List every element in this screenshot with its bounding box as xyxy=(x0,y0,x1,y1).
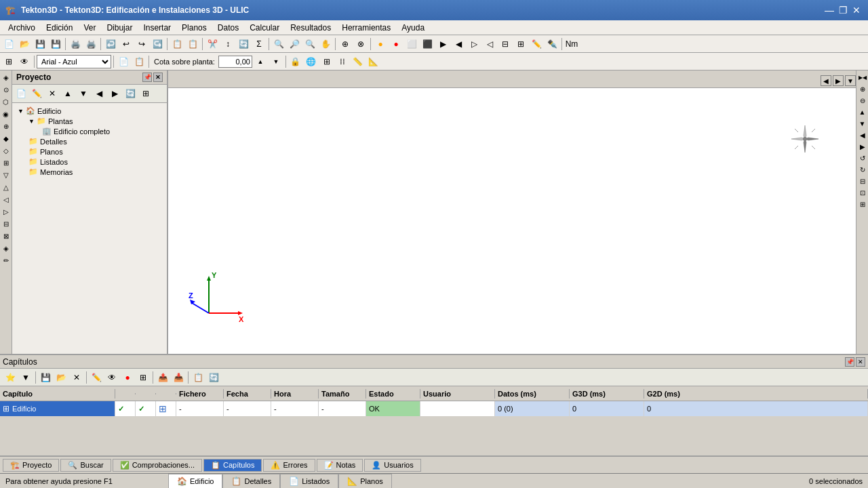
zoom-in-btn[interactable]: 🔍 xyxy=(271,37,286,52)
ch-star-btn[interactable]: ⭐ xyxy=(3,370,18,385)
menu-dibujar[interactable]: Dibujar xyxy=(101,22,138,34)
zoom-zoom-btn[interactable]: 🔎 xyxy=(287,37,302,52)
left-icon-15[interactable]: ◈ xyxy=(1,243,12,253)
left-icon-5[interactable]: ⊕ xyxy=(1,121,12,131)
left-icon-3[interactable]: ⬡ xyxy=(1,96,12,107)
t2-btn1[interactable]: 📄 xyxy=(116,54,131,69)
right-icon-7[interactable]: ▶ xyxy=(857,141,868,152)
paste-btn[interactable]: 📋 xyxy=(170,37,184,52)
cota-up[interactable]: ▲ xyxy=(253,54,268,69)
proj-refresh-btn[interactable]: 🔄 xyxy=(123,86,138,101)
left-icon-7[interactable]: ◇ xyxy=(1,145,12,156)
btm-tab-capitulos[interactable]: 📋 Capítulos xyxy=(203,459,262,472)
ch-down-btn[interactable]: ▼ xyxy=(18,370,33,385)
tree-expand-edificio[interactable]: ▼ xyxy=(18,108,24,115)
t2-btn2[interactable]: 📋 xyxy=(132,54,146,69)
redo2-btn[interactable]: ↪️ xyxy=(150,37,165,52)
left-icon-13[interactable]: ⊟ xyxy=(1,218,12,229)
dots-btn[interactable]: ⁞⁞ xyxy=(335,54,350,69)
print2-btn[interactable]: 🖨️ xyxy=(83,37,98,52)
ch-open-btn[interactable]: 📂 xyxy=(54,370,68,385)
save-btn[interactable]: 💾 xyxy=(33,37,47,52)
circle-btn[interactable]: ● xyxy=(373,37,388,52)
right-icon-3[interactable]: ⊖ xyxy=(857,95,868,106)
chapters-pin-btn[interactable]: 📌 xyxy=(845,357,854,367)
left-icon-6[interactable]: ◆ xyxy=(1,133,12,144)
shape1-btn[interactable]: ⬜ xyxy=(404,37,419,52)
circle2-btn[interactable]: ● xyxy=(389,37,403,52)
ruler1-btn[interactable]: 📏 xyxy=(351,54,366,69)
ch-grid-btn[interactable]: ⊞ xyxy=(136,370,151,385)
clipboard-btn[interactable]: 📋 xyxy=(185,37,200,52)
tree-item-edificio[interactable]: ▼ 🏠 Edificio xyxy=(15,106,164,116)
tree-item-listados[interactable]: 📁 Listados xyxy=(15,157,164,167)
viewport-canvas[interactable]: Y X Z xyxy=(168,88,856,354)
shape3-btn[interactable]: ▶ xyxy=(435,37,450,52)
shape2-btn[interactable]: ⬛ xyxy=(420,37,435,52)
font-select[interactable]: Arial - Azul xyxy=(37,55,111,68)
tree-item-detalles[interactable]: 📁 Detalles xyxy=(15,136,164,146)
cota-down[interactable]: ▼ xyxy=(269,54,283,69)
left-icon-10[interactable]: △ xyxy=(1,182,12,192)
ch-import-btn[interactable]: 📥 xyxy=(171,370,186,385)
proj-left-btn[interactable]: ◀ xyxy=(92,86,106,101)
open-btn[interactable]: 📂 xyxy=(17,37,32,52)
view-btn[interactable]: 👁 xyxy=(17,54,32,69)
grid2-btn[interactable]: ⊞ xyxy=(319,54,334,69)
menu-edicion[interactable]: Edición xyxy=(41,22,78,34)
tree-item-plantas[interactable]: ▼ 📁 Plantas xyxy=(15,116,164,126)
proj-expand-btn[interactable]: ⊞ xyxy=(138,86,153,101)
ch-delete-btn[interactable]: ✕ xyxy=(69,370,84,385)
left-icon-4[interactable]: ◉ xyxy=(1,108,12,119)
cut-btn[interactable]: ✂️ xyxy=(205,37,220,52)
ch-save-btn[interactable]: 💾 xyxy=(38,370,53,385)
left-icon-11[interactable]: ◁ xyxy=(1,194,12,205)
right-icon-12[interactable]: ⊞ xyxy=(857,199,868,209)
tree-item-planos[interactable]: 📁 Planos xyxy=(15,146,164,157)
left-icon-1[interactable]: ◈ xyxy=(1,72,12,83)
btm-tab-notas[interactable]: 📝 Notas xyxy=(317,459,363,472)
ch-circle-btn[interactable]: ● xyxy=(120,370,135,385)
lock-btn[interactable]: 🔒 xyxy=(288,54,303,69)
right-icon-5[interactable]: ▼ xyxy=(857,118,868,129)
filter2-btn[interactable]: ⊞ xyxy=(513,37,528,52)
chapters-table-row[interactable]: ⊞ Edificio ✓ ✓ ⊞ - - - - OK 0 (0) 0 0 xyxy=(0,401,868,416)
minimize-button[interactable]: — xyxy=(823,4,835,16)
proj-down-btn[interactable]: ▼ xyxy=(76,86,91,101)
grid-btn[interactable]: ⊞ xyxy=(1,54,16,69)
right-icon-1[interactable]: ▶◀ xyxy=(857,72,868,83)
ch-edit-btn[interactable]: ✏️ xyxy=(89,370,104,385)
shape5-btn[interactable]: ▷ xyxy=(467,37,481,52)
tree-item-memorias[interactable]: 📁 Memorias xyxy=(15,167,164,177)
menu-insertar[interactable]: Insertar xyxy=(138,22,176,34)
right-icon-8[interactable]: ↺ xyxy=(857,152,868,163)
right-icon-11[interactable]: ⊡ xyxy=(857,187,868,198)
panel-close-btn[interactable]: ✕ xyxy=(153,73,163,82)
proj-delete-btn[interactable]: ✕ xyxy=(45,86,60,101)
btm-tab-buscar[interactable]: 🔍 Buscar xyxy=(60,459,111,472)
proj-new-btn[interactable]: 📄 xyxy=(14,86,28,101)
pencil-btn[interactable]: ✏️ xyxy=(529,37,544,52)
menu-resultados[interactable]: Resultados xyxy=(285,22,336,34)
ch-export-btn[interactable]: 📤 xyxy=(155,370,170,385)
close-button[interactable]: ✕ xyxy=(850,4,863,16)
menu-datos[interactable]: Datos xyxy=(212,22,244,34)
proj-right-btn[interactable]: ▶ xyxy=(107,86,122,101)
menu-ayuda[interactable]: Ayuda xyxy=(396,22,430,34)
menu-calcular[interactable]: Calcular xyxy=(244,22,285,34)
shape4-btn[interactable]: ◀ xyxy=(451,37,466,52)
right-icon-2[interactable]: ⊕ xyxy=(857,83,868,94)
right-icon-9[interactable]: ↻ xyxy=(857,164,868,175)
vp-nav-list[interactable]: ▼ xyxy=(845,75,856,86)
save-all-btn[interactable]: 💾 xyxy=(48,37,63,52)
vp-nav-next[interactable]: ▶ xyxy=(833,75,844,86)
move-btn[interactable]: ↕ xyxy=(220,37,235,52)
maximize-button[interactable]: ❐ xyxy=(837,4,849,16)
globe-btn[interactable]: 🌐 xyxy=(304,54,319,69)
print-btn[interactable]: 🖨️ xyxy=(68,37,83,52)
new-btn[interactable]: 📄 xyxy=(1,37,16,52)
menu-ver[interactable]: Ver xyxy=(78,22,101,34)
vp-nav-prev[interactable]: ◀ xyxy=(821,75,831,86)
ruler2-btn[interactable]: 📐 xyxy=(366,54,381,69)
btm-tab-errores[interactable]: ⚠️ Errores xyxy=(263,459,315,472)
